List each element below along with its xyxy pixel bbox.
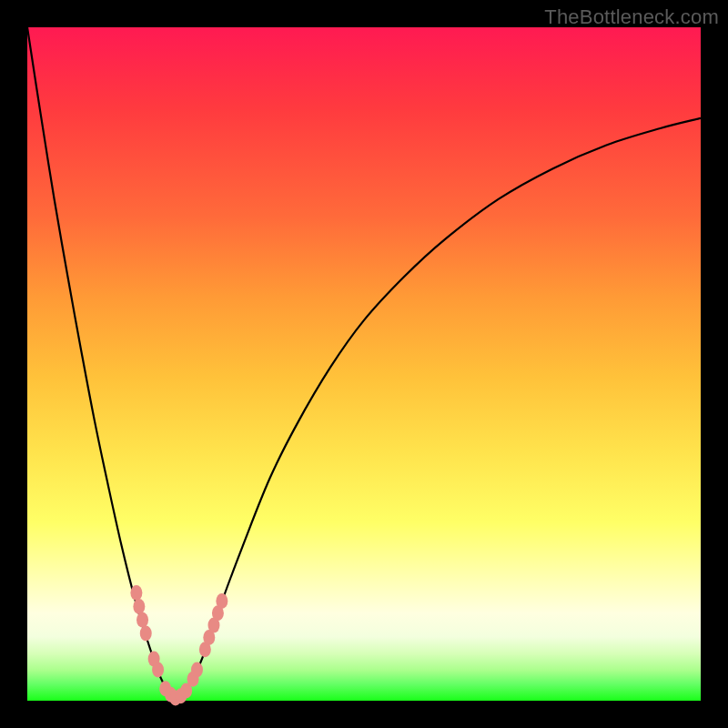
sample-dots <box>130 585 228 705</box>
plot-area <box>27 27 701 701</box>
sample-dot <box>130 585 142 601</box>
sample-dot <box>152 662 164 677</box>
sample-dot <box>216 593 228 609</box>
right-branch-line <box>176 118 701 701</box>
sample-dot <box>136 612 148 628</box>
curve-svg <box>27 27 701 701</box>
chart-frame: TheBottleneck.com <box>0 0 728 728</box>
sample-dot <box>140 626 152 642</box>
sample-dot <box>191 662 203 677</box>
sample-dot <box>133 599 145 614</box>
left-branch-line <box>27 27 176 701</box>
watermark-text: TheBottleneck.com <box>544 5 719 29</box>
